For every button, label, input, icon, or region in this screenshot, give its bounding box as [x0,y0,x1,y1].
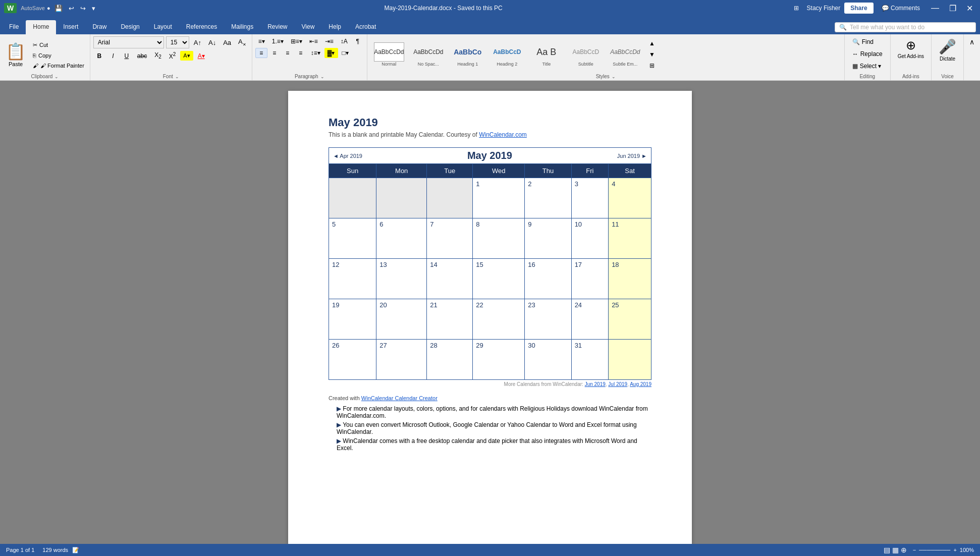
font-expand[interactable]: ⌄ [175,74,179,79]
view-layout-btn[interactable]: ▦ [892,546,899,554]
cal-cell-w3-d3[interactable]: 14 [427,259,473,299]
cal-cell-w5-d7[interactable] [609,340,651,380]
cal-cell-w5-d1[interactable]: 26 [329,340,376,380]
cal-cell-w4-d2[interactable]: 20 [376,299,427,340]
superscript-button[interactable]: X2 [166,50,179,62]
view-normal-btn[interactable]: ▤ [884,546,890,554]
styles-more[interactable]: ⊞ [646,61,658,71]
cal-cell-w5-d5[interactable]: 30 [525,340,571,380]
aug-link[interactable]: Aug 2019 [630,381,651,387]
font-size-select[interactable]: 15 [166,36,189,48]
collapse-ribbon-btn[interactable]: ∧ [966,36,978,47]
tab-draw[interactable]: Draw [85,20,114,34]
align-left-btn[interactable]: ≡ [255,48,267,58]
document-page[interactable]: May 2019 This is a blank and printable M… [288,91,692,544]
tab-mailings[interactable]: Mailings [224,20,260,34]
align-center-btn[interactable]: ≡ [268,48,281,58]
tab-help[interactable]: Help [321,20,348,34]
tab-acrobat[interactable]: Acrobat [348,20,383,34]
clipboard-expand[interactable]: ⌄ [55,74,59,79]
cal-cell-w3-d6[interactable]: 17 [571,259,608,299]
subscript-button[interactable]: X2 [151,50,165,61]
border-btn[interactable]: □▾ [339,48,352,58]
view-web-btn[interactable]: ⊕ [901,546,907,554]
next-month-link[interactable]: Jun 2019 ► [617,153,647,159]
bullets-button[interactable]: ≡▾ [255,36,268,46]
font-case-btn[interactable]: Aa [221,37,234,48]
zoom-in-btn[interactable]: + [953,547,956,553]
styles-scroll-down[interactable]: ▼ [646,49,658,60]
tab-design[interactable]: Design [114,20,146,34]
copy-button[interactable]: ⎘ Copy [30,51,87,60]
cal-cell-w4-d4[interactable]: 22 [473,299,525,340]
cal-cell-w1-d2[interactable] [376,178,427,218]
show-formatting-btn[interactable]: ¶ [352,36,364,46]
style-subtle-em[interactable]: AaBbCcDd Subtle Em... [607,40,644,69]
cal-cell-w1-d3[interactable] [427,178,473,218]
numbering-button[interactable]: 1.≡▾ [269,36,287,46]
prev-month-link[interactable]: ◄ Apr 2019 [333,153,362,159]
redo-btn[interactable]: ↪ [78,4,88,13]
tab-home[interactable]: Home [26,20,56,34]
cal-cell-w1-d5[interactable]: 2 [525,178,571,218]
customize-qa-btn[interactable]: ▾ [90,4,97,13]
cal-cell-w5-d3[interactable]: 28 [427,340,473,380]
select-button[interactable]: ▦ Select ▾ [849,61,886,72]
proofing-icon[interactable]: 📝 [72,547,79,553]
format-painter-button[interactable]: 🖌 🖌 Format Painter [30,61,87,70]
cal-cell-w2-d6[interactable]: 10 [571,218,608,259]
cal-cell-w3-d1[interactable]: 12 [329,259,376,299]
clear-formatting-btn[interactable]: A✕ [236,36,249,48]
cal-cell-w1-d6[interactable]: 3 [571,178,608,218]
save-quick-btn[interactable]: 💾 [52,4,65,13]
cal-cell-w5-d6[interactable]: 31 [571,340,608,380]
styles-expand[interactable]: ⌄ [612,74,616,79]
cal-cell-w4-d3[interactable]: 21 [427,299,473,340]
font-name-select[interactable]: Arial [93,36,164,48]
restore-btn[interactable]: ❐ [946,4,959,13]
tab-view[interactable]: View [295,20,322,34]
cal-cell-w2-d7[interactable]: 11 [609,218,651,259]
search-bar[interactable]: 🔍 Tell me what you want to do [835,22,976,32]
jun-link[interactable]: Jun 2019 [585,381,606,387]
strikethrough-button[interactable]: abc [134,51,150,61]
style-heading1[interactable]: AaBbCo Heading 1 [449,40,486,69]
bold-button[interactable]: B [93,51,105,61]
style-title[interactable]: Aa B Title [528,40,565,69]
style-normal[interactable]: AaBbCcDd Normal [370,40,408,69]
cal-cell-w4-d1[interactable]: 19 [329,299,376,340]
zoom-out-btn[interactable]: − [913,547,916,553]
cal-cell-w3-d2[interactable]: 13 [376,259,427,299]
cal-cell-w3-d7[interactable]: 18 [609,259,651,299]
italic-button[interactable]: I [107,51,119,61]
cal-cell-w1-d1[interactable] [329,178,376,218]
align-right-btn[interactable]: ≡ [282,48,294,58]
style-heading2[interactable]: AaBbCcD Heading 2 [488,40,526,69]
cal-cell-w1-d4[interactable]: 1 [473,178,525,218]
tab-references[interactable]: References [179,20,224,34]
decrease-indent-btn[interactable]: ⇤≡ [306,36,321,46]
cut-button[interactable]: ✂ Cut [30,40,87,50]
tab-layout[interactable]: Layout [147,20,179,34]
tab-file[interactable]: File [2,20,26,34]
dictate-btn[interactable]: 🎤 Dictate [936,36,959,64]
tab-review[interactable]: Review [260,20,294,34]
cal-cell-w2-d3[interactable]: 7 [427,218,473,259]
font-shrink-btn[interactable]: A↓ [206,37,219,48]
underline-button[interactable]: U [121,51,133,61]
minimize-btn[interactable]: — [928,4,942,13]
undo-btn[interactable]: ↩ [67,4,76,13]
para-expand[interactable]: ⌄ [320,74,324,79]
cal-cell-w2-d2[interactable]: 6 [376,218,427,259]
font-grow-btn[interactable]: A↑ [191,37,204,48]
cal-cell-w4-d5[interactable]: 23 [525,299,571,340]
cal-cell-w4-d6[interactable]: 24 [571,299,608,340]
cal-cell-w4-d7[interactable]: 25 [609,299,651,340]
shading-btn[interactable]: ▓▾ [324,48,338,58]
paste-button[interactable]: 📋 Paste [3,39,28,70]
share-button[interactable]: Share [844,3,873,14]
creator-link[interactable]: WinCalendar Calendar Creator [361,395,438,401]
highlight-button[interactable]: A▾ [180,51,193,61]
multilevel-button[interactable]: ⊞≡▾ [288,36,305,46]
cal-cell-w2-d1[interactable]: 5 [329,218,376,259]
